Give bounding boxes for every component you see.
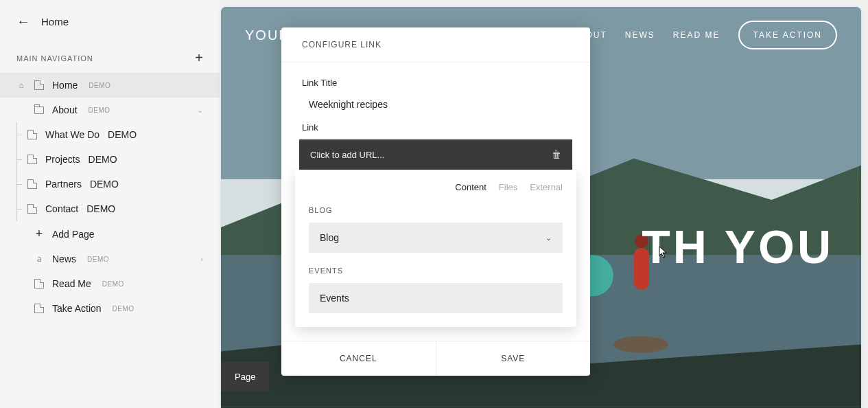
nav-label: Contact [45, 203, 78, 214]
nav-sub-projects[interactable]: Projects DEMO [21, 147, 220, 172]
sidebar-panel: ← Home MAIN NAVIGATION + ⌂ Home DEMO Abo… [0, 0, 220, 408]
back-arrow-icon[interactable]: ← [16, 14, 30, 30]
link-field-label: Link [302, 122, 570, 133]
demo-tag: DEMO [102, 280, 124, 288]
section-label: MAIN NAVIGATION [16, 54, 93, 63]
svg-point-5 [613, 337, 668, 353]
sidebar-back-label[interactable]: Home [41, 16, 69, 27]
tab-files[interactable]: Files [499, 182, 517, 192]
demo-tag: DEMO [86, 203, 115, 214]
page-icon [27, 155, 37, 164]
url-input-bar[interactable]: Click to add URL... 🗑 [299, 139, 572, 170]
nav-label: Projects [45, 154, 80, 165]
nav-item-read-me[interactable]: Read Me DEMO [0, 271, 220, 296]
nav-sub-partners[interactable]: Partners DEMO [21, 172, 220, 196]
nav-label: Partners [45, 179, 82, 190]
page-icon [34, 80, 44, 90]
add-page-label: Add Page [52, 229, 95, 240]
blog-type-icon: a [34, 253, 44, 264]
home-indicator-icon: ⌂ [16, 81, 26, 89]
chevron-down-icon[interactable]: ⌄ [197, 106, 203, 115]
page-icon [27, 204, 37, 214]
nav-sub-contact[interactable]: Contact DEMO [21, 196, 220, 221]
chevron-down-icon: ⌄ [546, 234, 552, 242]
add-page-button[interactable]: + Add Page [21, 221, 220, 247]
section-header: MAIN NAVIGATION + [0, 43, 220, 73]
tab-external[interactable]: External [530, 182, 563, 192]
modal-title: CONFIGURE LINK [281, 27, 590, 63]
dropdown-value: Blog [320, 232, 339, 243]
add-nav-icon[interactable]: + [195, 50, 203, 66]
save-button[interactable]: SAVE [436, 341, 591, 376]
url-placeholder: Click to add URL... [310, 150, 384, 160]
link-tabs: Content Files External [309, 182, 563, 192]
nav-item-home[interactable]: ⌂ Home DEMO [0, 73, 220, 98]
configure-link-modal: CONFIGURE LINK Link Title Weeknight reci… [281, 27, 590, 376]
page-icon [27, 179, 37, 189]
link-picker-panel: Content Files External BLOG Blog ⌄ EVENT… [295, 170, 576, 327]
page-icon [27, 130, 37, 139]
demo-tag: DEMO [108, 129, 137, 140]
nav-item-news[interactable]: a News DEMO › [0, 247, 220, 271]
site-nav-news[interactable]: NEWS [625, 30, 655, 40]
link-title-input[interactable]: Weeknight recipes [302, 96, 570, 122]
modal-footer: CANCEL SAVE [281, 341, 590, 376]
sidebar-header: ← Home [0, 14, 220, 43]
demo-tag: DEMO [89, 154, 117, 165]
demo-tag: DEMO [89, 106, 110, 114]
events-dropdown[interactable]: Events [309, 283, 563, 313]
demo-tag: DEMO [90, 179, 119, 190]
tab-content[interactable]: Content [455, 182, 486, 192]
about-subitems: What We Do DEMO Projects DEMO Partners D… [0, 122, 220, 247]
page-icon [34, 304, 44, 313]
page-icon [34, 279, 44, 288]
nav-label: About [52, 104, 78, 115]
cta-button[interactable]: TAKE ACTION [738, 21, 837, 49]
site-nav-read-me[interactable]: READ ME [673, 30, 720, 40]
cancel-button[interactable]: CANCEL [281, 341, 436, 376]
nav-label: News [52, 253, 76, 264]
nav-label: Read Me [52, 278, 91, 289]
hero-heading-fragment: TH YOU [642, 220, 834, 273]
nav-item-take-action[interactable]: Take Action DEMO [0, 296, 220, 321]
category-events-label: EVENTS [309, 267, 563, 275]
category-blog-label: BLOG [309, 206, 563, 214]
demo-tag: DEMO [113, 305, 134, 313]
nav-label: Take Action [52, 303, 102, 314]
folder-icon [34, 106, 44, 114]
dropdown-value: Events [320, 293, 349, 304]
nav-label: Home [52, 80, 78, 91]
link-title-label: Link Title [302, 78, 570, 88]
demo-tag: DEMO [87, 256, 109, 263]
plus-icon: + [34, 227, 44, 241]
blog-dropdown[interactable]: Blog ⌄ [309, 223, 563, 253]
chevron-right-icon[interactable]: › [200, 255, 203, 263]
nav-sub-what-we-do[interactable]: What We Do DEMO [21, 122, 220, 147]
nav-item-about[interactable]: About DEMO ⌄ [0, 98, 220, 122]
nav-label: What We Do [45, 129, 99, 140]
demo-tag: DEMO [89, 82, 110, 89]
page-type-badge[interactable]: Page [221, 362, 269, 392]
trash-icon[interactable]: 🗑 [552, 149, 561, 160]
